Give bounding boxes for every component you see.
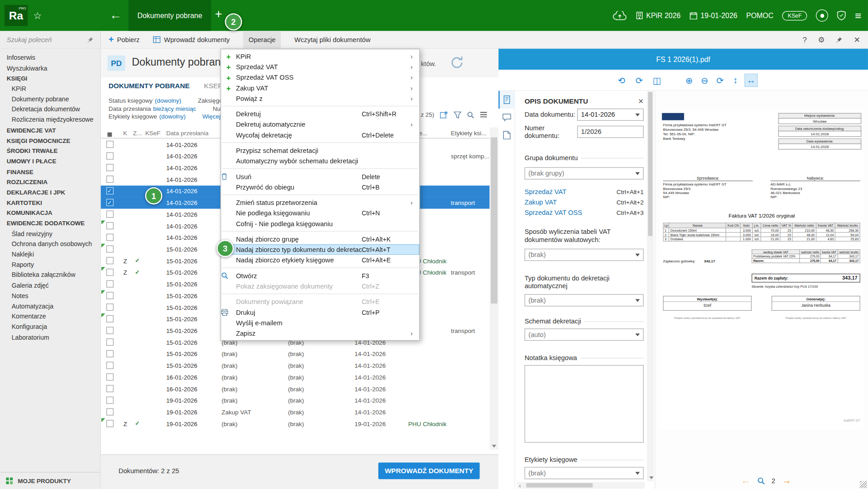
list-scrollbar[interactable]	[490, 128, 499, 450]
refresh-icon[interactable]	[450, 55, 464, 70]
grupa-combo[interactable]: (brak grupy)	[525, 167, 644, 180]
menu-item-kpir[interactable]: +KPiR›	[221, 51, 419, 62]
document-description-icon[interactable]	[498, 91, 515, 109]
row-checkbox[interactable]	[106, 420, 114, 427]
sidebar-item-umowy-i-płace[interactable]: UMOWY I PŁACE	[7, 156, 100, 166]
row-checkbox[interactable]	[106, 152, 114, 160]
menu-item-sprzedaż-vat[interactable]: +Sprzedaż VAT›	[221, 62, 419, 72]
filter-value[interactable]: (dowolny)	[159, 113, 185, 120]
next-page-icon[interactable]: →	[782, 475, 792, 486]
menu-item-automatyczny-wybór-schematu-dekretacji[interactable]: Automatyczny wybór schematu dekretacji	[221, 156, 419, 166]
zoom-in-icon[interactable]: ⊕	[683, 74, 696, 87]
sidebar-item-notes[interactable]: Notes	[7, 291, 100, 301]
etykiety-combo[interactable]: (brak)	[525, 467, 644, 479]
pobierz-button[interactable]: + Pobierz	[109, 31, 140, 48]
sidebar-item-biblioteka-załączników[interactable]: Biblioteka załączników	[7, 270, 100, 280]
new-tab-button[interactable]: +	[215, 7, 222, 22]
sidebar-item-ślad-rewizyjny[interactable]: Ślad rewizyjny	[7, 228, 100, 239]
sidebar-item-dokumenty-pobrane[interactable]: Dokumenty pobrane	[7, 94, 100, 104]
sidebar-item-naklejki[interactable]: Naklejki	[7, 249, 100, 260]
sidebar-item-automatyzacja[interactable]: Automatyzacja	[7, 301, 100, 312]
row-checkbox[interactable]	[106, 210, 114, 218]
filter-more-link[interactable]: Więcej	[202, 113, 220, 120]
filter-value[interactable]: bieżący miesiąc	[153, 105, 196, 112]
sidebar-item-komunikacja[interactable]: KOMUNIKACJA	[7, 208, 100, 218]
back-arrow-icon[interactable]: ←	[109, 8, 122, 22]
operacje-menu-button[interactable]: Operacje	[243, 31, 281, 48]
menu-item-wyślij-e-mailem[interactable]: Wyślij e-mailem	[221, 318, 419, 328]
topbar-tab-dokumenty-pobrane[interactable]: Dokumenty pobrane	[128, 0, 211, 31]
row-checkbox[interactable]	[106, 269, 114, 276]
row-checkbox[interactable]	[106, 245, 114, 252]
company-selector[interactable]: KPiR 2026	[636, 11, 680, 19]
column-header[interactable]: Data przesłania	[163, 128, 220, 138]
sidebar-item-środki-trwałe[interactable]: ŚRODKI TRWAŁE	[7, 146, 100, 156]
menu-item-zakup-vat[interactable]: +Zakup VAT›	[221, 82, 419, 93]
shield-icon[interactable]	[837, 10, 846, 20]
refresh-view-icon[interactable]: ⟳	[713, 74, 726, 87]
menu-item-zmień-status-przetworzenia[interactable]: Zmień status przetworzenia›	[221, 197, 419, 208]
row-checkbox[interactable]	[106, 222, 114, 229]
menu-item-nadaj-zbiorczo-etykiety-księgowe[interactable]: Nadaj zbiorczo etykiety księgoweCtrl+Alt…	[221, 255, 419, 265]
sidebar-item-rozliczenia[interactable]: ROZLICZENIA	[7, 177, 100, 187]
column-header[interactable]: K	[119, 128, 132, 138]
search-icon[interactable]	[467, 111, 474, 119]
row-checkbox[interactable]	[106, 362, 114, 369]
menu-item-przypisz-schemat-dekretacji[interactable]: Przypisz schemat dekretacji	[221, 145, 419, 156]
sidebar-item-rozliczenia-międzyokresowe[interactable]: Rozliczenia międzyokresowe	[7, 115, 100, 125]
favorites-star-icon[interactable]: ☆	[33, 10, 42, 22]
row-checkbox[interactable]	[106, 234, 114, 241]
sidebar-item-ewidencje-dodatkowe[interactable]: EWIDENCJE DODATKOWE	[7, 218, 100, 228]
quick-link-zakup-vat[interactable]: Zakup VAT	[525, 198, 557, 206]
table-row[interactable]: 16-01-2026(brak)(brak)14-01-2026	[101, 383, 490, 395]
row-checkbox[interactable]	[106, 373, 114, 380]
row-checkbox[interactable]	[106, 304, 114, 311]
table-row[interactable]: 16-01-2026(brak)(brak)14-01-2026	[101, 372, 490, 384]
wprowadz-dokumenty-button[interactable]: Wprowadź dokumenty	[153, 31, 230, 48]
row-checkbox[interactable]	[106, 338, 114, 346]
hamburger-menu-icon[interactable]: ≡	[855, 9, 861, 22]
row-checkbox[interactable]	[106, 280, 114, 288]
scroll-down-icon[interactable]	[649, 476, 654, 479]
typ-combo[interactable]: (brak)	[525, 294, 644, 306]
scroll-down-icon[interactable]	[492, 445, 496, 447]
row-checkbox[interactable]	[106, 315, 114, 323]
scrollbar-thumb[interactable]	[491, 138, 498, 304]
menu-item-dekretuj[interactable]: DekretujCtrl+Shift+R	[221, 109, 419, 119]
app-logo[interactable]: Ra PRO	[5, 5, 28, 26]
quick-link-sprzedaż-vat[interactable]: Sprzedaż VAT	[525, 188, 567, 195]
comments-icon[interactable]	[498, 109, 515, 126]
scrollbar-thumb[interactable]	[648, 92, 653, 236]
scrollbar-thumb[interactable]	[526, 483, 593, 488]
column-header[interactable]: KSeF	[143, 128, 163, 138]
resize-grip[interactable]	[860, 481, 867, 488]
sidebar-item-komentarze[interactable]: Komentarze	[7, 311, 100, 322]
logo-badge-icon[interactable]	[816, 9, 828, 22]
sidebar-item-ochrona-danych-osobowych[interactable]: Ochrona danych osobowych	[7, 239, 100, 249]
rotate-left-icon[interactable]: ⟲	[615, 74, 628, 87]
column-header[interactable]	[101, 128, 119, 138]
sidebar-item-wyszukiwarka[interactable]: Wyszukiwarka	[7, 63, 100, 73]
page-search-icon[interactable]	[757, 477, 765, 484]
row-checkbox[interactable]	[106, 327, 114, 334]
pdf-file-icon[interactable]	[498, 126, 515, 144]
data-dokumentu-combo[interactable]: 14-01-2026	[577, 109, 644, 121]
menu-item-dekretuj-automatycznie[interactable]: Dekretuj automatycznie›	[221, 119, 419, 129]
schemat-combo[interactable]: (auto)	[525, 328, 644, 341]
table-row[interactable]: 15-01-2026(brak)(brak)14-01-2026	[101, 348, 490, 360]
row-checkbox[interactable]	[106, 385, 114, 392]
sidebar-footer[interactable]: MOJE PRODUKTY	[0, 472, 100, 489]
sidebar-item-kpir[interactable]: KPiR	[7, 84, 100, 94]
table-row[interactable]: 19-01-2026(brak)(brak)14-01-2026	[101, 395, 490, 407]
row-checkbox[interactable]: ✓	[106, 199, 114, 206]
menu-item-nadaj-zbiorczo-typ-dokumentu-do-dekretacji[interactable]: Nadaj zbiorczo typ dokumentu do dekretac…	[221, 244, 419, 255]
row-checkbox[interactable]: ✓	[106, 187, 114, 195]
column-header[interactable]: Z...	[132, 128, 142, 138]
row-checkbox[interactable]	[106, 176, 114, 183]
menu-item-powiąż-z[interactable]: Powiąż z›	[221, 93, 419, 104]
ksef-badge[interactable]: KSeF	[783, 11, 807, 20]
previous-page-icon[interactable]: ←	[741, 475, 751, 486]
help-icon[interactable]: ?	[802, 35, 807, 44]
list-options-icon[interactable]	[480, 111, 488, 118]
column-header[interactable]: Etykiety ksi...	[450, 128, 489, 138]
